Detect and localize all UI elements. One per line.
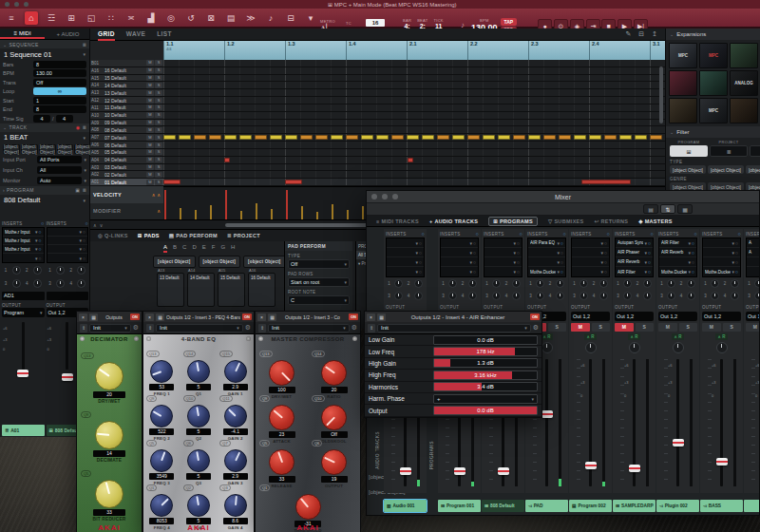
insert-slot[interactable]: ▾○ <box>484 257 522 267</box>
insert-slot[interactable]: AIR Filter▾○ <box>659 238 696 248</box>
minimize-window-button[interactable] <box>14 2 19 7</box>
insert-power-icon[interactable]: ○ <box>648 250 651 256</box>
insert-slot[interactable]: AIR Filter▾○ <box>616 267 653 276</box>
send-knob-1[interactable] <box>580 279 588 288</box>
pad-bank-tab[interactable]: C <box>182 244 186 253</box>
insert-power-icon[interactable]: ○ <box>517 250 520 256</box>
insert-slot[interactable]: ▾○ <box>48 245 88 254</box>
gear-icon[interactable]: ⚙ <box>133 324 139 332</box>
plugin-knob[interactable] <box>150 449 173 472</box>
insert-slot[interactable]: Mothe.Ducker▾○ <box>528 267 565 276</box>
row-header[interactable]: A04 04 Default M S <box>90 157 163 163</box>
channel-name-tab[interactable]: ⊞SAMPLEDARP <box>613 500 656 512</box>
insert-power-icon[interactable]: ○ <box>419 259 422 265</box>
insert-slot[interactable]: Mothe.r Input▾○ <box>3 228 44 237</box>
insert-slot[interactable]: ▾○ <box>441 248 478 257</box>
filter-tab[interactable]: ⊞ <box>670 145 708 157</box>
midi-note[interactable] <box>224 158 230 162</box>
pad-bank-tab[interactable]: A <box>163 244 167 253</box>
channel-name-tab[interactable]: ▤Program 002 <box>569 500 612 512</box>
volume-fader[interactable]: +6+30 <box>571 355 610 492</box>
row-solo-button[interactable]: S <box>155 164 162 170</box>
insert-slot[interactable]: ▾○ <box>528 257 565 267</box>
send-knob-2[interactable] <box>512 279 521 288</box>
send-knob-2[interactable] <box>687 279 695 288</box>
type-filter-chip[interactable]: [object Object] <box>746 165 760 174</box>
automation-badge[interactable]: ∧ R <box>715 333 729 340</box>
note-lane[interactable] <box>163 179 665 185</box>
insert-slot[interactable]: ▾○ <box>572 248 609 257</box>
insert-slot[interactable]: ▾○ <box>528 248 565 257</box>
drum-pad[interactable]: A1616 Default <box>248 273 276 307</box>
insert-slot[interactable]: ▾○ <box>659 257 696 267</box>
insert-power-icon[interactable]: ○ <box>517 269 520 275</box>
midi-note[interactable] <box>331 135 343 140</box>
send-knob-4[interactable] <box>512 292 521 300</box>
row-mute-button[interactable]: M <box>146 127 154 133</box>
row-header[interactable]: A11 11 Default M S <box>90 104 163 111</box>
expansion-thumbnail[interactable]: MPC <box>699 98 728 124</box>
solo-button[interactable]: S <box>636 323 655 332</box>
send-knob-3[interactable] <box>394 292 403 300</box>
row-solo-button[interactable]: S <box>155 60 162 66</box>
midi-note[interactable] <box>437 135 449 140</box>
plugin-knob[interactable] <box>269 405 294 430</box>
automation-badge[interactable]: ∧ R <box>628 333 641 340</box>
send-knob-1[interactable] <box>12 266 21 275</box>
keyboard-icon[interactable]: ▦ <box>377 314 386 321</box>
plugin-knob[interactable] <box>224 449 247 472</box>
insert-power-icon[interactable]: ○ <box>560 269 563 275</box>
looper-button[interactable]: ↺ <box>184 11 198 25</box>
row-header[interactable]: A07 07 Default M S <box>90 134 163 141</box>
close-icon[interactable]: × <box>257 314 266 321</box>
midi-note[interactable] <box>589 135 601 140</box>
insert-slot[interactable]: AIR Reverb▾○ <box>616 257 653 267</box>
midi-note[interactable] <box>498 135 510 140</box>
next-seq-button[interactable]: ≫ <box>244 11 257 25</box>
row-solo-button[interactable]: S <box>155 142 162 148</box>
close-icon[interactable]: × <box>145 314 154 321</box>
insert-slot[interactable]: Mothe.r Input▾○ <box>3 237 44 245</box>
output-select[interactable]: Out 1,2 <box>658 312 697 321</box>
plugin-knob[interactable] <box>224 360 247 383</box>
midi-note[interactable] <box>650 135 662 140</box>
row-solo-button[interactable]: S <box>155 104 162 110</box>
track-field[interactable]: All <box>37 166 82 174</box>
velocity-bar[interactable] <box>164 190 166 219</box>
preset-select[interactable]: Init▾ <box>377 324 531 332</box>
input-select[interactable]: AD1 <box>2 292 45 300</box>
send-knob-2[interactable] <box>643 279 652 288</box>
preset-stepper[interactable]: ⇕ <box>146 324 154 332</box>
plugin-knob[interactable] <box>269 360 294 386</box>
mute-button[interactable]: M <box>571 323 590 332</box>
pad-bank-tab[interactable]: D <box>192 244 196 253</box>
preset-stepper[interactable]: ⇕ <box>368 324 375 332</box>
expansion-thumbnail[interactable]: MPC <box>699 43 728 68</box>
insert-power-icon[interactable]: ○ <box>473 269 476 275</box>
plugin-knob[interactable] <box>95 362 124 390</box>
row-header[interactable]: A08 08 Default M S <box>90 126 163 133</box>
sequence-field[interactable]: 8 <box>33 61 86 68</box>
midi-note[interactable] <box>179 135 191 140</box>
note-lane[interactable] <box>163 82 665 88</box>
insert-power-icon[interactable]: ○ <box>560 259 563 265</box>
pad-action-button[interactable]: [object Object] <box>243 256 286 268</box>
note-lane[interactable] <box>163 157 665 163</box>
midi-note[interactable] <box>361 135 373 140</box>
midi-note[interactable] <box>635 135 647 140</box>
insert-slot[interactable]: ▾○ <box>48 237 88 245</box>
panel-tab[interactable]: ⊞PADS <box>138 233 160 238</box>
inserts-power-icon[interactable]: ○ <box>520 231 522 237</box>
send-knob-3[interactable] <box>12 279 21 288</box>
velocity-bar[interactable] <box>256 203 257 219</box>
insert-slot[interactable]: ▾○ <box>572 238 609 248</box>
send-knob-1[interactable] <box>536 279 544 288</box>
plugin-knob[interactable] <box>321 405 347 430</box>
automation-badge[interactable]: ∧ R <box>672 333 685 340</box>
send-knob-4[interactable] <box>731 292 739 300</box>
row-header[interactable]: A06 06 Default M S <box>90 142 163 148</box>
channel-name-tab[interactable]: ≣A01 <box>2 425 45 436</box>
mute-button[interactable]: M <box>615 323 634 332</box>
insert-slot[interactable]: ▾○ <box>484 238 522 248</box>
plugin-window-titlebar[interactable]: × ▦ Outputs 1/2 - Insert 3 - Co ON <box>256 312 360 322</box>
